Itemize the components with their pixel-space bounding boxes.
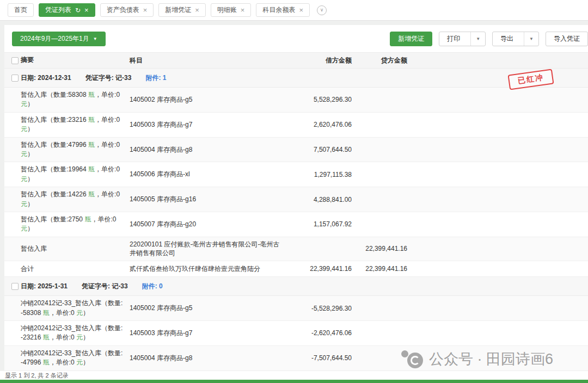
summary-text: 暂估入库（数量:14226 [21,190,88,198]
summary-text: ，单价:0 [95,165,120,173]
summary-text: ，单价:0 [50,333,76,341]
summary-cell: 暂估入库（数量:58308 瓶，单价:0 元） [21,90,130,109]
total-row: 合计 贰仟贰佰叁拾玖万玖仟肆佰肆拾壹元壹角陆分 22,399,441.16 22… [4,261,588,277]
tab-balance-sheet[interactable]: 资产负债表 × [100,3,154,17]
voucher-entry-row[interactable]: 暂估入库（数量:58308 瓶，单价:0 元） 1405002 库存商品-g5 … [4,88,588,113]
account-cell: 1405004 库存商品-g8 [130,354,289,363]
tab-label: 资产负债表 [107,5,139,15]
summary-text: ，单价:0 [95,116,120,123]
account-cell: 1405005 库存商品-g16 [130,195,289,204]
close-icon[interactable]: × [143,7,148,14]
tab-detail-ledger[interactable]: 明细账 × [211,3,252,17]
attachment-link[interactable]: 附件: 0 [142,282,163,291]
account-cell: 1405002 库存商品-g5 [130,95,289,104]
group-checkbox[interactable] [11,75,19,82]
summary-text: 暂估入库（数量:2750 [21,215,84,223]
summary-cell: 暂估入库（数量:23216 瓶，单价:0 元） [21,115,130,134]
tab-voucher-list[interactable]: 凭证列表 ↻ × [39,3,95,17]
summary-text: ，单价:0 [91,215,116,223]
debit-cell: 2,620,476.06 [289,121,352,128]
summary-cell: 暂估入库（数量:14226 瓶，单价:0 元） [21,190,130,209]
summary-text: ） [27,200,34,208]
voucher-entry-row[interactable]: 暂估入库（数量:14226 瓶，单价:0 元） 1405005 库存商品-g16… [4,187,588,212]
caret-down-icon: ▼ [476,37,480,41]
summary-text: 暂估入库（数量:19964 [21,165,88,173]
record-count-text: 显示 1 到 2, 共 2 条记录 [5,372,69,380]
select-all-checkbox[interactable] [11,57,19,64]
voucher-entry-row[interactable]: 暂估入库（数量:23216 瓶，单价:0 元） 1405003 库存商品-g7 … [4,113,588,138]
summary-text: ） [27,125,34,133]
summary-text: ） [27,150,34,158]
summary-text: ） [27,225,34,232]
refresh-icon[interactable]: ↻ [75,7,81,14]
tab-new-voucher[interactable]: 新增凭证 × [158,3,206,17]
unit-label: 元 [21,100,27,108]
voucher-entry-row[interactable]: 冲销202412记-33_暂估入库（数量:-23216 瓶，单价:0 元） 14… [4,321,588,346]
voucher-entry-row[interactable]: 暂估入库（数量:19964 瓶，单价:0 元） 1405006 库存商品-xl … [4,162,588,187]
summary-text: ） [83,333,89,341]
caret-down-icon: ▼ [93,37,97,41]
close-icon[interactable]: × [195,7,199,14]
summary-cell: 暂估入库（数量:19964 瓶，单价:0 元） [21,165,130,184]
debit-cell: 5,528,296.30 [289,96,352,103]
voucher-entry-row[interactable]: 冲销202412记-33_暂估入库（数量:-47996 瓶，单价:0 元） 14… [4,346,588,371]
voucher-entry-row[interactable]: 暂估入库 220200101 应付账款-亳州古井销售有限公司-亳州古井销售有限公… [4,237,588,262]
account-cell: 220200101 应付账款-亳州古井销售有限公司-亳州古井销售有限公司 [130,240,289,258]
header-credit: 贷方金额 [352,56,407,65]
print-dropdown[interactable]: ▼ [470,32,485,46]
print-button[interactable]: 打印 ▼ [439,32,486,46]
summary-cell: 冲销202412记-33_暂估入库（数量:-58308 瓶，单价:0 元） [21,299,130,318]
close-icon[interactable]: × [299,7,303,14]
summary-cell: 冲销202412记-33_暂估入库（数量:-23216 瓶，单价:0 元） [21,324,130,343]
unit-label: 瓶 [88,91,95,98]
import-voucher-button[interactable]: 导入凭证 [546,32,588,46]
tab-label: 科目余额表 [262,5,295,15]
summary-text: ） [83,359,89,366]
caret-down-icon: ▼ [529,37,534,41]
close-icon[interactable]: × [84,7,89,14]
group-checkbox[interactable] [11,283,19,290]
add-voucher-button[interactable]: 新增凭证 [390,32,432,46]
unit-label: 瓶 [43,359,50,366]
voucher-group-header: 日期: 2025-1-31 凭证字号: 记-33 附件: 0 [4,277,588,296]
unit-label: 瓶 [88,141,95,149]
summary-text: ，单价:0 [50,359,76,366]
summary-text: ，单价:0 [50,309,76,317]
date-range-button[interactable]: 2024年9月—2025年1月 ▼ [12,32,106,46]
close-icon[interactable]: × [241,7,245,14]
group1-rows: 暂估入库（数量:58308 瓶，单价:0 元） 1405002 库存商品-g5 … [4,88,588,277]
tab-home[interactable]: 首页 [8,3,34,17]
red-reversed-stamp: 已红冲 [507,69,554,90]
export-button[interactable]: 导出 ▼ [492,32,539,46]
account-cell: 1405004 库存商品-g8 [130,145,289,155]
unit-label: 瓶 [84,215,91,223]
summary-text: 暂估入库（数量:58308 [21,91,88,98]
voucher-entry-row[interactable]: 冲销202412记-33_暂估入库（数量:-58308 瓶，单价:0 元） 14… [4,296,588,321]
unit-label: 瓶 [43,309,50,317]
summary-text: ，单价:0 [95,141,120,149]
summary-text: 合计 [21,265,34,273]
toolbar: 2024年9月—2025年1月 ▼ 新增凭证 打印 ▼ 导出 ▼ 导入凭证 整 [4,25,588,52]
chevron-down-icon: ∨ [320,8,324,13]
tab-list-dropdown[interactable]: ∨ [317,5,327,15]
button-label: 新增凭证 [398,34,424,44]
button-label: 打印 [439,34,467,44]
summary-cell: 暂估入库 [21,244,130,254]
summary-text: ，单价:0 [95,190,120,198]
unit-label: 元 [76,333,83,341]
account-cell: 1405006 库存商品-xl [130,170,289,179]
summary-cell: 合计 [21,264,130,274]
debit-cell: -7,507,644.50 [289,354,352,362]
tab-account-balance[interactable]: 科目余额表 × [256,3,310,17]
voucher-entry-row[interactable]: 暂估入库（数量:47996 瓶，单价:0 元） 1405004 库存商品-g8 … [4,138,588,163]
debit-cell: -5,528,296.30 [289,305,352,312]
credit-cell: 22,399,441.16 [352,265,407,273]
group-date: 日期: 2024-12-31 [21,73,71,83]
amount-in-words-cell: 贰仟贰佰叁拾玖万玖仟肆佰肆拾壹元壹角陆分 [130,264,289,274]
unit-label: 瓶 [88,165,95,173]
table-header: 摘要 科目 借方金额 贷方金额 [4,52,588,69]
voucher-entry-row[interactable]: 暂估入库（数量:2750 瓶，单价:0 元） 1405007 库存商品-g20 … [4,212,588,237]
attachment-link[interactable]: 附件: 1 [145,73,166,83]
export-dropdown[interactable]: ▼ [524,32,538,46]
unit-label: 元 [21,150,27,158]
